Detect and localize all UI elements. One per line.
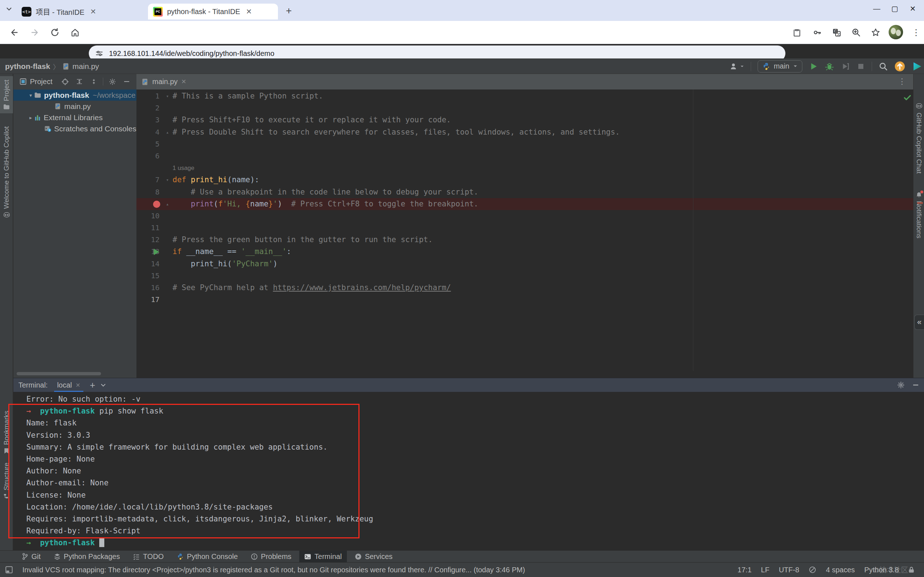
zoom-icon[interactable] (848, 24, 864, 40)
stripe-item-welcome-copilot[interactable]: Welcome to GitHub Copilot (0, 123, 13, 222)
chevron-down-icon[interactable] (100, 382, 106, 388)
tree-chevron-icon[interactable]: ▸ (27, 115, 34, 121)
minimize-icon[interactable] (913, 382, 919, 388)
breadcrumb-project[interactable]: python-flask (5, 62, 50, 71)
hide-panel-icon[interactable] (121, 78, 132, 85)
run-with-coverage-button[interactable] (841, 62, 850, 71)
code-line-6[interactable]: 6 (136, 150, 913, 162)
new-tab-button[interactable]: + (286, 5, 292, 16)
tool-window-button-python-packages[interactable]: Python Packages (49, 551, 125, 562)
stripe-item-bookmarks[interactable]: Bookmarks (0, 407, 13, 458)
terminal-tab-local[interactable]: local ✕ (53, 378, 85, 392)
tool-window-button-problems[interactable]: Problems (246, 551, 296, 562)
inspections-ok-icon[interactable] (903, 93, 912, 102)
hyperlink[interactable]: https://www.jetbrains.com/help/pycharm/ (273, 283, 451, 292)
code-line-7[interactable]: 7▾def print_hi(name): (136, 174, 913, 186)
editor-tab-mainpy[interactable]: main.py ✕ (136, 74, 913, 90)
code-line-8[interactable]: 8 # Use a breakpoint in the code line be… (136, 186, 913, 198)
site-settings-icon[interactable] (95, 50, 103, 57)
stripe-item-project[interactable]: Project (0, 76, 13, 113)
back-icon[interactable] (7, 25, 22, 40)
code-line-11[interactable]: 11 (136, 222, 913, 234)
code-line-4[interactable]: 4▴# Press Double Shift to search everywh… (136, 126, 913, 138)
tab-close-icon[interactable]: ✕ (244, 7, 253, 16)
code-line-16[interactable]: 16# See PyCharm help at https://www.jetb… (136, 282, 913, 294)
no-vcs-icon[interactable] (808, 566, 816, 574)
tree-item-main-py[interactable]: main.py (13, 101, 136, 112)
terminal-output[interactable]: Error: No such option: -v→ python-flask … (13, 392, 924, 550)
clipboard-icon[interactable] (789, 24, 805, 40)
new-session-plus-icon[interactable]: + (90, 380, 95, 391)
fold-marker-icon[interactable]: ▴ (166, 198, 169, 210)
code-line-17[interactable]: 17 (136, 294, 913, 306)
run-button[interactable] (809, 62, 818, 71)
code-line-12[interactable]: 12# Press the green button in the gutter… (136, 234, 913, 246)
tool-window-toggle-icon[interactable] (5, 566, 13, 574)
ide-services-icon[interactable] (912, 61, 922, 72)
usage-inlay-hint[interactable]: 1 usage (136, 162, 913, 174)
tool-window-button-git[interactable]: Git (17, 551, 46, 562)
stripe-item-structure[interactable]: Structure (0, 459, 13, 503)
status-message[interactable]: Invalid VCS root mapping: The directory … (23, 566, 728, 574)
code-line-5[interactable]: 5 (136, 138, 913, 150)
code-line-2[interactable]: 2 (136, 102, 913, 114)
fold-marker-icon[interactable]: ▴ (166, 126, 169, 138)
browser-tab[interactable]: <t> 项目 - TitanIDE ✕ (17, 3, 146, 19)
code-line-1[interactable]: 1▾# This is a sample Python script. (136, 90, 913, 102)
gear-icon[interactable] (107, 78, 118, 85)
browser-tab[interactable]: PC python-flask - TitanIDE ✕ (148, 3, 278, 19)
translate-icon[interactable]: G文 (829, 24, 845, 40)
tree-item-external-libraries[interactable]: ▸External Libraries (13, 112, 136, 123)
tree-chevron-icon[interactable]: ▾ (27, 92, 34, 98)
editor[interactable]: 1▾# This is a sample Python script.23# P… (136, 90, 913, 378)
fold-marker-icon[interactable]: ▾ (166, 174, 169, 186)
forward-icon[interactable] (27, 25, 42, 40)
tool-window-button-python-console[interactable]: Python Console (172, 551, 243, 562)
browser-menu-kebab-icon[interactable]: ⋮ (908, 24, 924, 40)
tab-close-icon[interactable]: ✕ (76, 382, 80, 388)
tool-window-button-services[interactable]: Services (350, 551, 398, 562)
tab-search-chevron-icon[interactable] (5, 5, 13, 13)
reload-icon[interactable] (48, 25, 62, 40)
code-line-14[interactable]: 14 print_hi('PyCharm') (136, 258, 913, 270)
password-key-icon[interactable] (809, 24, 825, 40)
run-config-selector[interactable]: main (758, 60, 802, 73)
gear-icon[interactable] (897, 381, 905, 388)
code-line-13[interactable]: 13if __name__ == '__main__': (136, 246, 913, 258)
code-line-3[interactable]: 3# Press Shift+F10 to execute it or repl… (136, 114, 913, 126)
collapse-all-icon[interactable] (89, 78, 99, 85)
stripe-item-notifications[interactable]: Notifications (914, 188, 924, 242)
window-close-button[interactable]: ✕ (904, 2, 922, 15)
horizontal-scrollbar[interactable] (17, 372, 101, 375)
breakpoint-icon[interactable] (153, 201, 160, 208)
indent-setting[interactable]: 4 spaces (826, 566, 855, 574)
tab-close-icon[interactable]: ✕ (181, 78, 186, 85)
gutter-run-icon[interactable] (154, 249, 159, 255)
code-line-15[interactable]: 15 (136, 270, 913, 282)
file-encoding[interactable]: UTF-8 (779, 566, 800, 574)
tab-close-icon[interactable]: ✕ (89, 7, 98, 16)
home-icon[interactable] (68, 25, 82, 40)
editor-options-kebab-icon[interactable]: ⋮ (898, 77, 906, 86)
update-project-button[interactable] (894, 61, 905, 72)
restore-panel-handle[interactable]: « (914, 315, 924, 330)
breadcrumb-file[interactable]: main.py (73, 62, 99, 71)
lock-icon[interactable] (908, 566, 914, 574)
window-maximize-button[interactable]: ▢ (886, 2, 904, 15)
stop-button[interactable] (856, 62, 865, 71)
code-line-9[interactable]: 9▴ print(f'Hi, {name}') # Press Ctrl+F8 … (136, 198, 913, 210)
user-icon[interactable] (730, 62, 744, 71)
interpreter[interactable]: Python 3.8 (864, 566, 899, 574)
tree-item-scratches-and-consoles[interactable]: Scratches and Consoles (13, 123, 136, 134)
avatar[interactable] (889, 25, 903, 39)
code-line-10[interactable]: 10 (136, 210, 913, 222)
tree-item-python-flask[interactable]: ▾python-flask~/workspace (13, 90, 136, 101)
debug-button[interactable] (825, 62, 834, 71)
tool-window-button-todo[interactable]: TODO (128, 551, 169, 562)
locate-file-icon[interactable] (60, 78, 70, 85)
expand-all-icon[interactable] (74, 78, 85, 85)
stripe-item-copilot-chat[interactable]: GitHub Copilot Chat (914, 99, 924, 177)
tool-window-button-terminal[interactable]: Terminal (299, 551, 347, 562)
window-minimize-button[interactable]: — (868, 2, 886, 15)
line-separator[interactable]: LF (761, 566, 769, 574)
